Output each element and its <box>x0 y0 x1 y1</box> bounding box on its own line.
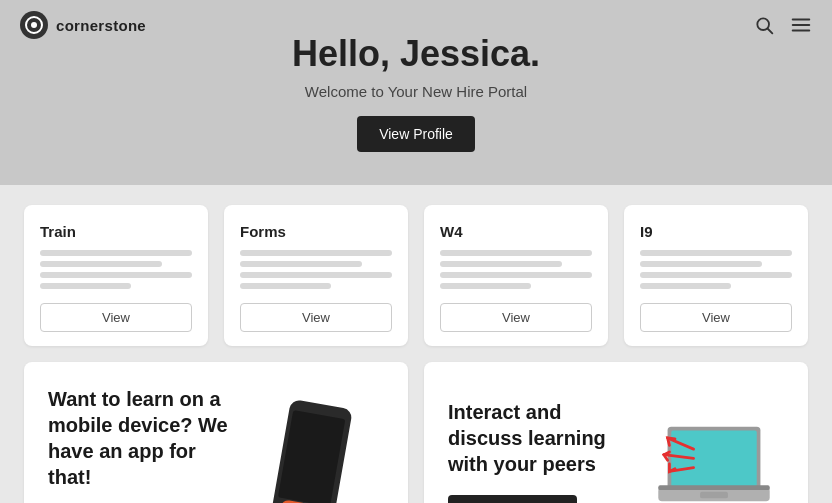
laptop-image <box>644 394 784 504</box>
train-card-lines <box>40 250 192 289</box>
view-community-button[interactable]: View Community <box>448 495 577 503</box>
card-line <box>40 283 131 289</box>
card-line <box>640 250 792 256</box>
card-line <box>640 272 792 278</box>
mobile-banner-text: Want to learn on a mobile device? We hav… <box>48 386 244 503</box>
i9-card-title: I9 <box>640 223 792 240</box>
card-line <box>240 283 331 289</box>
community-banner-title: Interact and discuss learning with your … <box>448 399 634 477</box>
hero-subtitle: Welcome to Your New Hire Portal <box>305 83 527 100</box>
card-line <box>240 250 392 256</box>
card-line <box>640 283 731 289</box>
i9-view-button[interactable]: View <box>640 303 792 332</box>
laptop-illustration <box>649 404 779 504</box>
view-profile-button[interactable]: View Profile <box>357 116 475 152</box>
train-card-title: Train <box>40 223 192 240</box>
forms-card-lines <box>240 250 392 289</box>
nav-icons <box>754 14 812 36</box>
main-content: Train View Forms View W4 <box>0 185 832 503</box>
w4-card: W4 View <box>424 205 608 346</box>
card-line <box>40 261 162 267</box>
search-icon <box>754 15 774 35</box>
train-view-button[interactable]: View <box>40 303 192 332</box>
forms-card: Forms View <box>224 205 408 346</box>
menu-button[interactable] <box>790 14 812 36</box>
card-line <box>240 272 392 278</box>
logo: cornerstone <box>20 11 146 39</box>
cards-row: Train View Forms View W4 <box>24 205 808 346</box>
w4-card-title: W4 <box>440 223 592 240</box>
w4-card-lines <box>440 250 592 289</box>
mobile-banner-title: Want to learn on a mobile device? We hav… <box>48 386 234 490</box>
forms-card-title: Forms <box>240 223 392 240</box>
card-line <box>40 250 192 256</box>
community-banner-text: Interact and discuss learning with your … <box>448 399 644 503</box>
card-line <box>40 272 192 278</box>
svg-line-3 <box>768 29 773 34</box>
phone-illustration <box>264 399 364 504</box>
card-line <box>440 250 592 256</box>
logo-text: cornerstone <box>56 17 146 34</box>
card-line <box>240 261 362 267</box>
card-line <box>640 261 762 267</box>
banner-row: Want to learn on a mobile device? We hav… <box>24 362 808 503</box>
community-banner: Interact and discuss learning with your … <box>424 362 808 503</box>
train-card: Train View <box>24 205 208 346</box>
navbar: cornerstone <box>0 0 832 50</box>
svg-point-1 <box>31 22 37 28</box>
card-line <box>440 272 592 278</box>
mobile-app-banner: Want to learn on a mobile device? We hav… <box>24 362 408 503</box>
card-line <box>440 261 562 267</box>
svg-rect-18 <box>700 491 728 498</box>
search-button[interactable] <box>754 15 774 35</box>
i9-card: I9 View <box>624 205 808 346</box>
svg-rect-17 <box>658 485 769 490</box>
mobile-phone-image <box>244 394 384 504</box>
w4-view-button[interactable]: View <box>440 303 592 332</box>
logo-icon <box>20 11 48 39</box>
i9-card-lines <box>640 250 792 289</box>
forms-view-button[interactable]: View <box>240 303 392 332</box>
card-line <box>440 283 531 289</box>
hamburger-icon <box>790 14 812 36</box>
